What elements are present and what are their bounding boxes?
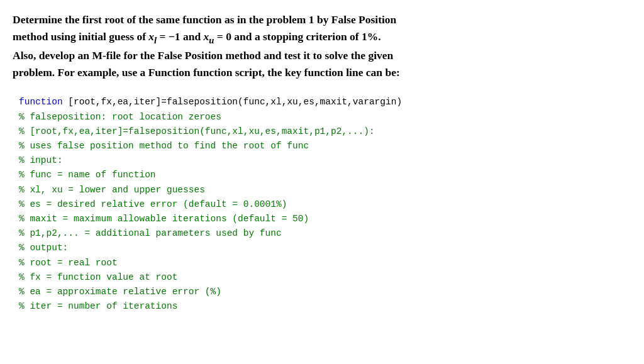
code-line-9: % maxit = maximum allowable iterations (… — [19, 212, 631, 226]
code-line-10: % p1,p2,... = additional parameters used… — [19, 226, 631, 241]
problem-statement: Determine the first root of the same fun… — [13, 11, 631, 81]
code-line-3: % [root,fx,ea,iter]=falseposition(func,x… — [19, 124, 631, 139]
code-line-12: % root = real root — [19, 256, 631, 270]
code-line-13: % fx = function value at root — [19, 270, 631, 285]
code-line-2: % falseposition: root location zeroes — [19, 110, 631, 124]
code-line-5: % input: — [19, 153, 631, 168]
code-line-1: function [root,fx,ea,iter]=falseposition… — [19, 95, 631, 109]
code-line-8: % es = desired relative error (default =… — [19, 197, 631, 212]
code-line-15: % iter = number of iterations — [19, 299, 631, 314]
code-line-14: % ea = approximate relative error (%) — [19, 285, 631, 299]
code-line-6: % func = name of function — [19, 168, 631, 182]
code-line-11: % output: — [19, 241, 631, 255]
code-line-7: % xl, xu = lower and upper guesses — [19, 183, 631, 197]
code-block: function [root,fx,ea,iter]=falseposition… — [13, 92, 631, 316]
code-line-4: % uses false position method to find the… — [19, 139, 631, 153]
